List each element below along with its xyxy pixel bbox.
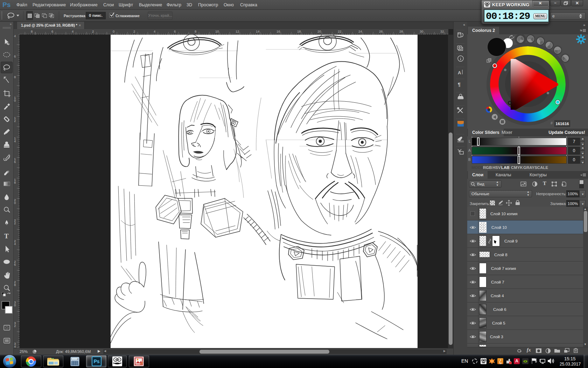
svg-text:T: T xyxy=(4,232,9,240)
svg-text:A: A xyxy=(458,70,461,75)
svg-text:¶: ¶ xyxy=(458,82,461,87)
